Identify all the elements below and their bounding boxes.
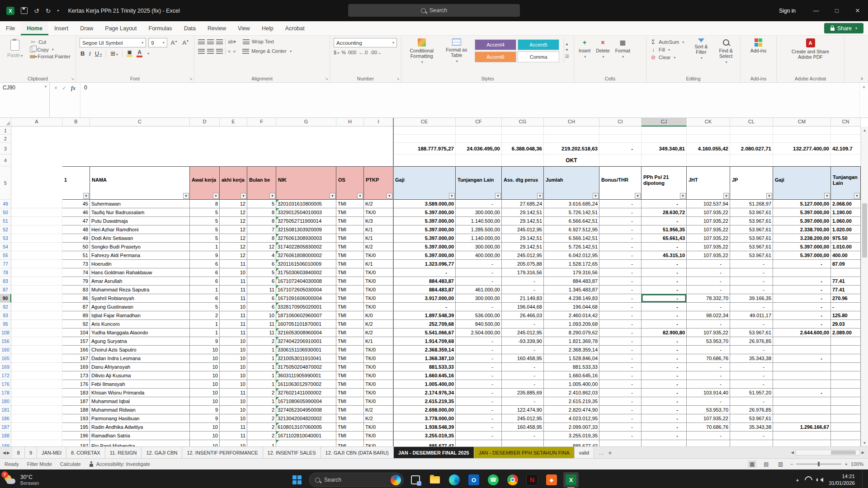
table-cell[interactable]: 102.537,94	[687, 200, 730, 208]
table-cell[interactable]	[11, 251, 62, 260]
table-cell[interactable]: 975.50	[831, 234, 861, 243]
table-cell[interactable]: Syahril Robiansyah	[90, 294, 190, 303]
table-cell[interactable]	[773, 127, 831, 135]
table-cell[interactable]	[276, 127, 336, 135]
table-cell[interactable]: Dilivio Aji Kusuma	[90, 371, 190, 380]
table-cell[interactable]: TMI	[336, 320, 364, 328]
table-cell[interactable]: TMI	[336, 251, 364, 260]
netflix-button[interactable]: N	[524, 472, 540, 488]
table-cell[interactable]: TMI	[336, 294, 364, 303]
table-cell[interactable]: 29.142,51	[502, 243, 544, 251]
sheet-tab[interactable]: 11. RESIGN	[105, 447, 142, 458]
vertical-scrollbar[interactable]: ▲ ▼	[861, 127, 868, 446]
sheet-tab[interactable]: 9	[25, 447, 37, 458]
table-cell[interactable]: 179.316,56	[544, 268, 599, 277]
table-cell[interactable]	[190, 135, 220, 143]
table-cell[interactable]: TK/0	[364, 294, 393, 303]
table-cell[interactable]: 3603111905990001	[276, 371, 336, 380]
tab-scroll-left-icon[interactable]: ◀	[3, 450, 6, 455]
accessibility-status[interactable]: Accessibility: Investigate	[89, 461, 150, 467]
table-cell[interactable]: Dodi Aris Setiawan	[90, 234, 190, 243]
table-cell[interactable]: 2.174.976,34	[393, 389, 456, 397]
font-size-select[interactable]: 9▾	[148, 38, 167, 47]
table-cell[interactable]: TK/0	[364, 432, 393, 440]
table-cell[interactable]: 193	[62, 414, 90, 423]
table-cell[interactable]: -	[456, 277, 502, 286]
table-cell[interactable]: -	[599, 294, 642, 303]
table-cell[interactable]	[276, 135, 336, 143]
table-cell[interactable]	[62, 127, 90, 135]
table-cell[interactable]: Tunjangan Lain▾	[456, 166, 502, 200]
table-cell[interactable]: 1	[247, 346, 276, 354]
table-cell[interactable]: 10	[190, 432, 220, 440]
table-cell[interactable]	[11, 311, 62, 320]
table-cell[interactable]: 252.709,68	[393, 320, 456, 328]
table-cell[interactable]: Rio Panji Mahendra	[90, 440, 190, 446]
table-cell[interactable]	[364, 127, 393, 135]
table-cell[interactable]: 8	[247, 208, 276, 217]
row-header-52[interactable]: 52	[0, 225, 11, 234]
column-header-B[interactable]: B	[62, 118, 90, 127]
table-cell[interactable]	[831, 127, 861, 135]
table-cell[interactable]: 5.127.000,00	[773, 200, 831, 208]
table-cell[interactable]: 10	[220, 346, 247, 354]
table-cell[interactable]: -	[642, 320, 687, 328]
table-cell[interactable]: K/1	[364, 337, 393, 346]
table-cell[interactable]	[773, 155, 831, 166]
table-cell[interactable]: 53.967,61	[730, 234, 773, 243]
collapse-ribbon-icon[interactable]: ∧	[860, 76, 863, 81]
table-cell[interactable]: TK/0	[364, 303, 393, 311]
table-cell[interactable]: -	[599, 320, 642, 328]
table-cell[interactable]: 3276021411000002	[276, 389, 336, 397]
save-icon[interactable]	[21, 7, 28, 14]
table-cell[interactable]: 1	[247, 354, 276, 363]
table-cell[interactable]: 87.09	[831, 260, 861, 268]
table-cell[interactable]	[456, 135, 502, 143]
table-cell[interactable]: 5	[190, 234, 220, 243]
table-cell[interactable]: Radin Andhika Adwitiya	[90, 423, 190, 432]
table-cell[interactable]: 6	[247, 303, 276, 311]
table-cell[interactable]: -	[773, 277, 831, 286]
table-cell[interactable]	[599, 155, 642, 166]
table-cell[interactable]: -	[642, 277, 687, 286]
table-cell[interactable]: -	[599, 260, 642, 268]
table-cell[interactable]: 2.099.007,33	[544, 423, 599, 432]
table-cell[interactable]: 1.005.400,00	[393, 380, 456, 389]
table-cell[interactable]	[456, 127, 502, 135]
table-cell[interactable]: 77.41	[831, 286, 861, 294]
table-cell[interactable]: 3.616.685,24	[544, 200, 599, 208]
create-share-pdf-button[interactable]: A Create and Share Adobe PDF	[785, 38, 836, 60]
table-cell[interactable]: 2.368.359,14	[544, 346, 599, 354]
row-header-95[interactable]: 95	[0, 320, 11, 328]
table-cell[interactable]: 10	[190, 389, 220, 397]
table-cell[interactable]: 132.277.400,00	[773, 143, 831, 155]
ribbon-tab-review[interactable]: Review	[202, 21, 232, 35]
table-cell[interactable]: 1.528.172,65	[544, 260, 599, 268]
table-cell[interactable]: 884.483,87	[393, 286, 456, 294]
table-cell[interactable]: 1.296.166,67	[773, 423, 831, 432]
table-cell[interactable]: 11	[220, 311, 247, 320]
table-cell[interactable]: NIK▾	[276, 166, 336, 200]
table-cell[interactable]: K/2	[364, 328, 393, 337]
table-cell[interactable]: -	[730, 277, 773, 286]
font-family-select[interactable]: Segoe UI Symbol▾	[80, 38, 146, 47]
table-cell[interactable]: 7	[247, 225, 276, 234]
table-cell[interactable]: 3276061308930003	[276, 234, 336, 243]
table-cell[interactable]: Jumlah▾	[544, 166, 599, 200]
table-cell[interactable]: -	[642, 406, 687, 414]
table-cell[interactable]	[831, 389, 861, 397]
align-middle-icon[interactable]	[207, 39, 214, 44]
table-cell[interactable]	[456, 155, 502, 166]
table-cell[interactable]: TK/0	[364, 363, 393, 371]
table-cell[interactable]: -	[502, 277, 544, 286]
formula-bar-expand-icon[interactable]: ▾	[859, 83, 868, 117]
table-cell[interactable]: 5	[247, 200, 276, 208]
table-cell[interactable]: TK/0	[364, 251, 393, 260]
table-cell[interactable]: -	[456, 432, 502, 440]
table-cell[interactable]	[190, 155, 220, 166]
share-button[interactable]: Share ▾	[824, 23, 863, 33]
table-cell[interactable]: TK/0	[364, 371, 393, 380]
table-cell[interactable]	[831, 380, 861, 389]
hidden-icons-chevron[interactable]: ▲	[796, 478, 800, 482]
table-cell[interactable]: -	[773, 354, 831, 363]
